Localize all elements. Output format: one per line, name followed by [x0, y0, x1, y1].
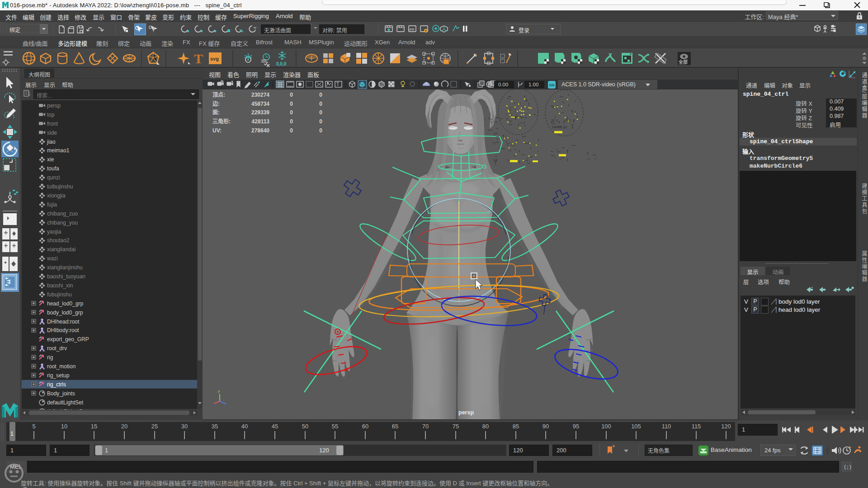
svg-text:95: 95 — [573, 423, 579, 430]
svg-text:head_lod0_grp: head_lod0_grp — [47, 300, 83, 307]
svg-text:0: 0 — [319, 118, 322, 125]
svg-text:front: front — [47, 121, 58, 127]
svg-text:25: 25 — [151, 423, 158, 430]
svg-text:三角形:: 三角形: — [212, 118, 231, 125]
svg-text:115: 115 — [692, 423, 701, 430]
svg-text:ACES 1.0 SDR-video (sRGB): ACES 1.0 SDR-video (sRGB) — [561, 81, 636, 88]
svg-text:35: 35 — [212, 423, 218, 430]
svg-text:70: 70 — [422, 423, 429, 430]
svg-text:55: 55 — [332, 423, 338, 430]
svg-text:80: 80 — [482, 423, 489, 430]
svg-text:yaojia: yaojia — [47, 229, 61, 235]
svg-text:tuibujinshu: tuibujinshu — [47, 183, 73, 190]
svg-text:TAFAXLS3: TAFAXLS3 — [552, 126, 567, 129]
svg-text:T: T — [194, 51, 203, 66]
svg-text:wazi: wazi — [47, 255, 58, 262]
svg-text:shoutao2: shoutao2 — [47, 237, 70, 244]
svg-text:65: 65 — [392, 423, 398, 430]
svg-text:100: 100 — [601, 423, 611, 430]
svg-text:root_motion: root_motion — [47, 363, 75, 370]
svg-text:0: 0 — [319, 127, 322, 134]
svg-text:y: y — [218, 389, 220, 393]
svg-text:rig_setup: rig_setup — [47, 372, 70, 379]
svg-text:458734: 458734 — [251, 101, 269, 107]
svg-text:面:: 面: — [212, 109, 220, 116]
svg-text:0,0,0: 0,0,0 — [276, 61, 287, 66]
svg-text:fujia: fujia — [47, 202, 57, 208]
svg-text:qunzi: qunzi — [47, 174, 60, 181]
svg-text:105: 105 — [631, 423, 641, 430]
svg-text:DHIhead:root: DHIhead:root — [47, 319, 80, 325]
svg-text:10: 10 — [61, 423, 67, 430]
svg-text:15: 15 — [91, 423, 97, 430]
svg-text:428113: 428113 — [252, 118, 270, 125]
svg-text:278640: 278640 — [251, 127, 269, 134]
svg-text:85: 85 — [513, 423, 519, 430]
svg-text:0: 0 — [319, 92, 322, 98]
svg-text:50: 50 — [302, 423, 308, 430]
svg-text:0: 0 — [319, 109, 322, 116]
svg-text:45: 45 — [272, 423, 278, 430]
svg-text:rig: rig — [47, 354, 53, 361]
svg-text:0: 0 — [290, 109, 293, 116]
svg-text:全部: 全部 — [679, 59, 688, 65]
svg-text:xianglianjinshu: xianglianjinshu — [47, 264, 83, 271]
svg-text:top: top — [47, 112, 55, 118]
svg-text:IPR: IPR — [409, 28, 415, 31]
svg-text:jiao: jiao — [47, 139, 56, 145]
svg-text:0.00: 0.00 — [498, 82, 508, 87]
svg-text:120: 120 — [721, 423, 731, 430]
svg-text:110: 110 — [662, 423, 671, 430]
svg-text:{;}: {;} — [844, 465, 852, 470]
svg-text:230274: 230274 — [251, 92, 269, 98]
svg-text:0: 0 — [319, 101, 322, 107]
svg-text:rig_ctrls: rig_ctrls — [47, 381, 66, 388]
svg-text:chibang_zuo: chibang_zuo — [47, 211, 78, 217]
svg-text:0: 0 — [290, 127, 293, 134]
svg-text:1.00: 1.00 — [528, 82, 538, 87]
svg-text:60: 60 — [362, 423, 368, 430]
svg-text:30: 30 — [181, 423, 188, 430]
svg-text:T: T — [336, 82, 339, 87]
svg-text:export_geo_GRP: export_geo_GRP — [47, 336, 89, 343]
svg-text:meimao1: meimao1 — [47, 147, 70, 154]
svg-text:顶点:: 顶点: — [212, 91, 225, 98]
svg-text:40: 40 — [241, 423, 248, 430]
svg-text:baoshi_tuoyuan: baoshi_tuoyuan — [47, 273, 85, 280]
svg-text:5: 5 — [32, 423, 35, 430]
svg-text:root_drv: root_drv — [47, 345, 67, 352]
svg-text:Body_joints: Body_joints — [47, 390, 75, 397]
svg-text:229339: 229339 — [251, 109, 269, 116]
svg-text:0: 0 — [290, 101, 293, 107]
svg-text:UV:: UV: — [212, 127, 222, 134]
svg-text:defaultLightSet: defaultLightSet — [47, 399, 84, 406]
svg-text:side: side — [47, 130, 57, 136]
svg-text:0: 0 — [290, 92, 293, 98]
svg-text:ON: ON — [549, 83, 555, 87]
svg-text:20: 20 — [121, 423, 127, 430]
svg-text:90: 90 — [542, 423, 549, 430]
svg-text:baoshi_xin: baoshi_xin — [47, 282, 73, 289]
svg-text:1: 1 — [10, 431, 14, 437]
svg-text:fubujinshu: fubujinshu — [47, 291, 72, 298]
svg-text:边:: 边: — [212, 100, 220, 107]
svg-text:toufa: toufa — [47, 165, 59, 172]
svg-text:persp: persp — [458, 409, 474, 416]
svg-text:xie: xie — [47, 156, 54, 163]
svg-text:xiongjia: xiongjia — [47, 192, 66, 199]
svg-text:0: 0 — [290, 118, 293, 125]
svg-text:chibang_you: chibang_you — [47, 220, 78, 226]
svg-text:DHIbody:root: DHIbody:root — [47, 327, 79, 333]
svg-text:xiangliandai: xiangliandai — [47, 246, 75, 253]
svg-text:persp: persp — [47, 103, 61, 109]
svg-text:body_lod0_grp: body_lod0_grp — [47, 310, 83, 316]
svg-text:75: 75 — [453, 423, 459, 430]
svg-text:svg: svg — [210, 56, 219, 61]
